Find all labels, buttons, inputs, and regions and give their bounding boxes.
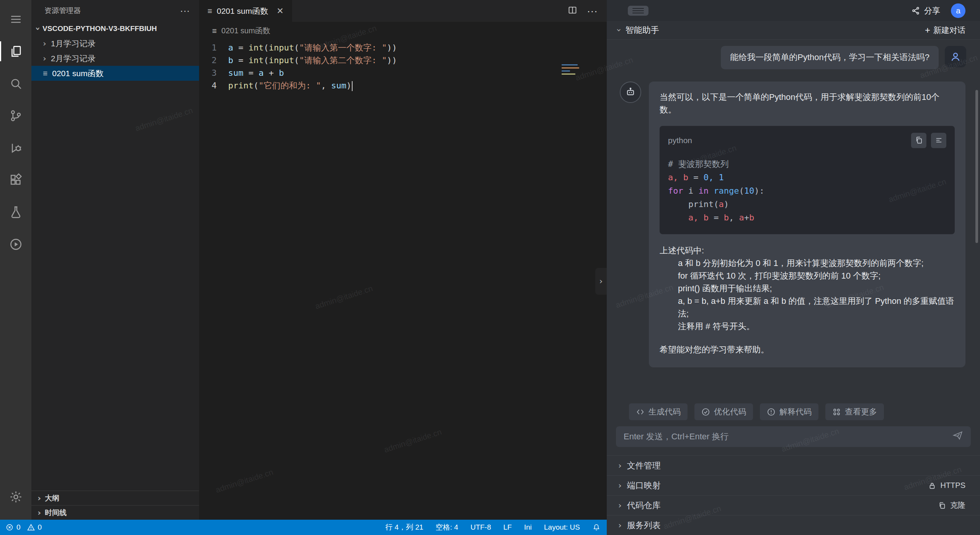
- chevron-right-icon: ›: [43, 54, 46, 63]
- closing-text: 希望能对您的学习带来帮助。: [660, 343, 955, 356]
- text-cursor: [352, 81, 353, 91]
- run-debug-icon[interactable]: [0, 132, 31, 164]
- panel-expand-button[interactable]: ›: [595, 268, 607, 295]
- chevron-right-icon: ›: [618, 462, 622, 470]
- panel-section-row[interactable]: ›文件管理: [607, 455, 980, 475]
- warning-icon: [27, 523, 35, 532]
- section-right-action[interactable]: HTTPS: [928, 481, 965, 490]
- panel-section-row[interactable]: ›服务列表: [607, 515, 980, 535]
- minimap[interactable]: [562, 64, 582, 75]
- copy-icon: [915, 136, 923, 145]
- menu-icon[interactable]: [0, 3, 31, 35]
- line-number: 1: [199, 41, 228, 54]
- chevron-down-icon: ›: [34, 27, 42, 30]
- settings-gear-icon[interactable]: [0, 481, 31, 513]
- share-button[interactable]: 分享: [911, 5, 940, 16]
- assistant-title: 智能助手: [626, 24, 659, 36]
- code-line[interactable]: 4print("它们的和为: ", sum): [199, 79, 607, 92]
- test-beaker-icon[interactable]: [0, 196, 31, 228]
- breadcrumb-label: 0201 sum函数: [221, 26, 270, 36]
- section-label: 代码仓库: [627, 500, 661, 511]
- action-label: 查看更多: [845, 406, 877, 417]
- language-mode[interactable]: Ini: [524, 523, 532, 532]
- quick-actions: 生成代码优化代码解释代码查看更多: [607, 398, 980, 426]
- status-bar: 0 0 行 4，列 21 空格: 4 UTF-8 LF Ini Layout: …: [0, 520, 607, 535]
- more-actions-icon[interactable]: ···: [587, 6, 598, 16]
- breadcrumb[interactable]: ≡ 0201 sum函数: [199, 22, 607, 40]
- user-message-bubble: 能给我一段简单的Python代码，学习一下相关语法吗?: [721, 46, 939, 69]
- more-actions-icon[interactable]: ···: [180, 6, 190, 16]
- chat-input[interactable]: Enter 发送，Ctrl+Enter 换行: [616, 426, 971, 447]
- code-block-actions: [911, 133, 946, 148]
- code-line[interactable]: 1a = int(input("请输入第一个数字: ")): [199, 41, 607, 54]
- code-editor[interactable]: 1a = int(input("请输入第一个数字: "))2b = int(in…: [199, 40, 607, 520]
- chevron-right-icon: ›: [618, 501, 622, 510]
- panel-section-row[interactable]: ›端口映射HTTPS: [607, 475, 980, 495]
- run-circle-icon[interactable]: [0, 228, 31, 260]
- status-problems[interactable]: 0 0: [5, 523, 42, 532]
- send-button[interactable]: [952, 430, 963, 443]
- user-message-row: 能给我一段简单的Python代码，学习一下相关语法吗?: [607, 46, 980, 69]
- action-button[interactable]: 优化代码: [694, 403, 753, 420]
- plus-icon: +: [925, 26, 930, 35]
- eol-setting[interactable]: LF: [503, 523, 512, 532]
- warning-count: 0: [38, 523, 42, 532]
- source-control-icon[interactable]: [0, 99, 31, 132]
- explanation-item: for 循环迭代 10 次，打印斐波那契数列的前 10 个数字;: [678, 269, 955, 282]
- cursor-position[interactable]: 行 4，列 21: [385, 522, 423, 532]
- sidebar-bottom-sections: ›大纲›时间线: [31, 491, 199, 520]
- code-text: a = int(input("请输入第一个数字: ")): [228, 41, 397, 54]
- search-icon[interactable]: [0, 67, 31, 99]
- scrollbar[interactable]: [975, 90, 978, 243]
- explanation-item: 注释用 # 符号开头。: [678, 320, 955, 333]
- chat-area: 能给我一段简单的Python代码，学习一下相关语法吗? 当然可以，以下是一个简单…: [607, 40, 980, 398]
- editor-tab[interactable]: ≡ 0201 sum函数 ✕: [199, 0, 292, 22]
- code-line[interactable]: 2b = int(input("请输入第二个数字: ")): [199, 54, 607, 67]
- chevron-down-icon[interactable]: ›: [615, 29, 623, 32]
- clone-icon: [938, 501, 946, 510]
- explanation: 上述代码中: a 和 b 分别初始化为 0 和 1，用来计算斐波那契数列的前两个…: [660, 244, 955, 333]
- keyboard-layout[interactable]: Layout: US: [544, 523, 580, 532]
- section-right-action[interactable]: 克隆: [938, 500, 965, 511]
- robot-icon: [624, 86, 637, 98]
- assistant-avatar: [620, 82, 641, 103]
- new-chat-button[interactable]: + 新建对话: [925, 25, 965, 36]
- notifications-bell-icon[interactable]: [592, 523, 601, 532]
- extensions-icon[interactable]: [0, 164, 31, 196]
- code-text: print("它们的和为: ", sum): [228, 79, 353, 92]
- insert-code-button[interactable]: [931, 133, 946, 148]
- insert-icon: [934, 136, 943, 145]
- tree-file-item[interactable]: ≡0201 sum函数: [31, 66, 199, 81]
- section-label: 文件管理: [627, 460, 661, 471]
- code-line[interactable]: 3sum = a + b: [199, 67, 607, 79]
- sidebar-section-header[interactable]: ›大纲: [31, 491, 199, 505]
- chevron-right-icon: ›: [599, 277, 603, 285]
- action-button[interactable]: 生成代码: [629, 403, 688, 420]
- explorer-icon[interactable]: [0, 35, 31, 67]
- root-folder-label: VSCODE-PYTHON-V3-BKFFBIUH: [42, 24, 157, 33]
- split-editor-icon[interactable]: [567, 5, 578, 17]
- action-button[interactable]: 解释代码: [760, 403, 818, 420]
- assistant-code-line: # 斐波那契数列: [668, 157, 946, 171]
- close-icon[interactable]: ✕: [277, 6, 284, 16]
- panel-menu-button[interactable]: [628, 6, 648, 16]
- action-button[interactable]: 查看更多: [825, 403, 884, 420]
- assistant-code-line: print(a): [668, 197, 946, 211]
- explanation-title: 上述代码中:: [660, 244, 955, 257]
- explorer-root-folder[interactable]: › VSCODE-PYTHON-V3-BKFFBIUH: [31, 21, 199, 36]
- copy-code-button[interactable]: [911, 133, 926, 148]
- error-indicator[interactable]: 0: [5, 523, 21, 532]
- activity-bar: [0, 0, 31, 520]
- top-right-controls: 分享 a: [911, 3, 965, 18]
- warning-indicator[interactable]: 0: [27, 523, 42, 532]
- panel-sections: ›文件管理›端口映射HTTPS›代码仓库克隆›服务列表: [607, 455, 980, 535]
- encoding-setting[interactable]: UTF-8: [470, 523, 491, 532]
- tree-folder-item[interactable]: ›1月学习记录: [31, 36, 199, 51]
- user-avatar[interactable]: a: [951, 3, 965, 18]
- indent-setting[interactable]: 空格: 4: [436, 522, 458, 532]
- tree-folder-item[interactable]: ›2月学习记录: [31, 51, 199, 66]
- reply-intro: 当然可以，以下是一个简单的Python代码，用于求解斐波那契数列的前10个数。: [660, 91, 955, 116]
- panel-section-row[interactable]: ›代码仓库克隆: [607, 495, 980, 515]
- sidebar-section-header[interactable]: ›时间线: [31, 505, 199, 520]
- chevron-right-icon: ›: [43, 39, 46, 48]
